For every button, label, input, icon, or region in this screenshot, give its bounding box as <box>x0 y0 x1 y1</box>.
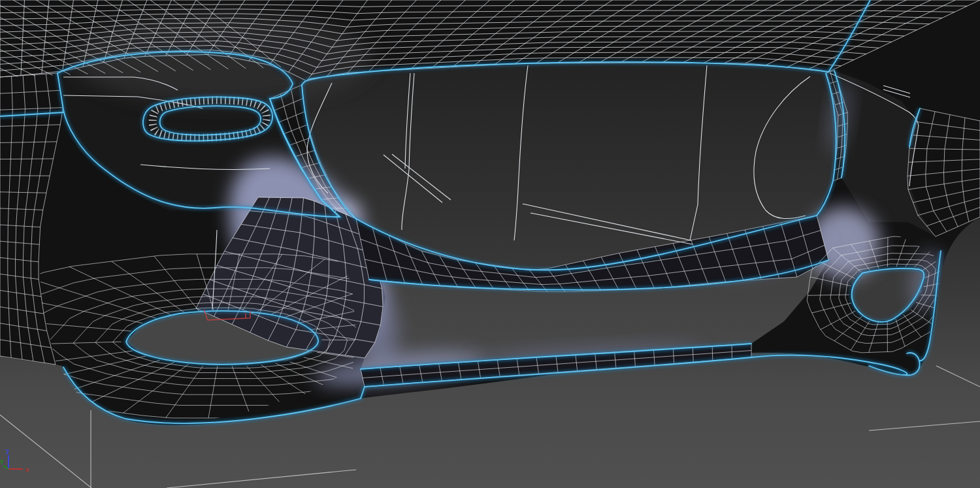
axis-z-label: Z <box>6 449 10 455</box>
axis-y-label: Y <box>0 459 4 466</box>
axis-x-label: x <box>25 466 29 473</box>
axis-y-line <box>3 466 8 469</box>
viewport-3d[interactable]: Z x Y <box>0 0 980 488</box>
wireframe-canvas <box>0 0 980 488</box>
axis-gizmo: Z x Y <box>0 449 46 488</box>
